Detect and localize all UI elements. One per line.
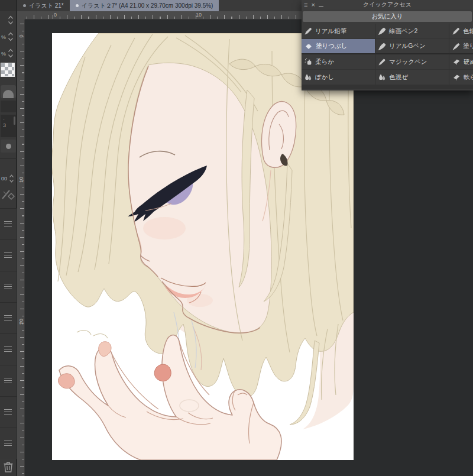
brush-tip-preview[interactable] <box>1 85 16 98</box>
tab-label: イラスト２7* (A4 21.00 x 29.70cm 300dpi 39.5%… <box>82 2 213 10</box>
eraser-icon <box>452 73 461 81</box>
brush-item-real-pencil[interactable]: リアル鉛筆 <box>302 24 375 39</box>
blend-mode-icon[interactable] <box>1 188 15 202</box>
size-preset-list[interactable]: · 3 <box>1 115 16 137</box>
palette-section-row[interactable] <box>0 428 17 459</box>
unsaved-dot-icon <box>23 4 26 7</box>
paint-bucket-icon <box>304 43 313 50</box>
vertical-ruler: 0 10 20 <box>17 20 25 476</box>
opacity-percent-label: % <box>1 34 6 40</box>
brush-item-fill-pen[interactable]: 塗り <box>449 39 473 54</box>
ruler-ticks-major <box>20 20 24 476</box>
ruler-corner <box>17 11 25 20</box>
trash-icon[interactable] <box>3 461 14 475</box>
transparent-color-swatch[interactable] <box>1 63 15 77</box>
menu-icon <box>4 441 12 448</box>
strip-divider <box>0 158 17 159</box>
brush-label: ぼかし <box>315 73 334 82</box>
brush-item-magic-pen[interactable]: マジックペン <box>375 54 449 70</box>
palette-section-row[interactable] <box>0 239 17 271</box>
palette-section-row[interactable] <box>0 208 17 239</box>
illustration <box>52 33 354 460</box>
water-drops-icon <box>304 73 312 81</box>
palette-section-row[interactable] <box>0 302 17 333</box>
palette-section-row[interactable] <box>0 365 17 396</box>
palette-section-row[interactable] <box>0 333 17 365</box>
brush-item-fill-selected[interactable]: 塗りつぶし <box>302 39 375 54</box>
value-stepper[interactable] <box>8 173 15 184</box>
brush-item-blur[interactable]: ぼかし <box>302 70 375 85</box>
brush-dot-preset[interactable] <box>1 140 16 153</box>
tab-illustration-27-active[interactable]: イラスト２7* (A4 21.00 x 29.70cm 300dpi 39.5%… <box>70 0 219 11</box>
value-text: 00 <box>1 176 7 182</box>
palette-section-row[interactable] <box>0 396 17 428</box>
quick-access-header: ≡ × クイックアクセス <box>302 0 473 9</box>
marker-icon <box>378 58 386 66</box>
pen-nib-icon <box>378 27 386 35</box>
ruler-number: 10 <box>18 176 24 183</box>
brush-size-stepper[interactable] <box>7 14 14 26</box>
brush-item-line-pen2[interactable]: 線画ペン2 <box>375 24 449 39</box>
brush-label: 線画ペン2 <box>389 27 417 35</box>
value-spinner-row[interactable]: 00 <box>1 173 15 184</box>
pen-nib-icon <box>378 43 386 50</box>
brush-option-box[interactable] <box>1 101 16 112</box>
dot-icon <box>6 144 11 149</box>
menu-icon <box>4 284 12 291</box>
canvas-document[interactable] <box>52 33 354 460</box>
ruler-number: 0 <box>18 33 24 40</box>
brush-label: リアルGペン <box>389 42 426 50</box>
tool-property-header <box>0 0 16 11</box>
water-drops-icon <box>378 73 386 81</box>
brush-grid: リアル鉛筆 線画ペン2 色鉛 塗りつぶし リアルGペン 塗り 柔らか <box>302 24 473 85</box>
tool-property-strip: % % · 3 00 <box>0 0 17 476</box>
palette-footer <box>302 85 473 89</box>
pencil-icon <box>304 27 312 35</box>
brush-label: 軟ら <box>464 73 473 82</box>
brush-item-color-mix[interactable]: 色混ぜ <box>375 70 449 85</box>
ink-pen-icon <box>452 43 460 50</box>
tab-label: イラスト 21* <box>29 2 64 10</box>
pencil-icon <box>452 27 460 35</box>
density-percent-label: % <box>1 51 6 57</box>
menu-icon <box>4 347 12 354</box>
density-stepper[interactable] <box>7 47 14 59</box>
menu-icon <box>4 221 12 228</box>
preset-scrollbar[interactable] <box>14 116 15 125</box>
brush-item-color-pencil[interactable]: 色鉛 <box>449 24 473 39</box>
airbrush-icon <box>304 58 312 66</box>
palette-section-row[interactable] <box>0 271 17 302</box>
menu-icon <box>4 409 12 416</box>
brush-label: 硬め <box>464 58 473 66</box>
tab-illustration-21[interactable]: イラスト 21* <box>17 0 70 11</box>
brush-label: リアル鉛筆 <box>315 27 346 35</box>
brush-label: 塗り <box>463 42 473 50</box>
menu-icon <box>4 378 12 385</box>
opacity-stepper[interactable] <box>7 31 14 43</box>
palette-section-list <box>0 208 17 459</box>
brush-item-hard-eraser[interactable]: 硬め <box>449 54 473 70</box>
unsaved-dot-icon <box>76 4 79 7</box>
brush-tip-shape <box>3 90 14 98</box>
brush-label: 塗りつぶし <box>316 42 347 50</box>
brush-label: マジックペン <box>389 58 427 66</box>
app-window: { "app": { "description": "Paint applica… <box>0 0 473 476</box>
menu-icon <box>4 252 12 260</box>
brush-item-soft-eraser[interactable]: 軟ら <box>449 70 473 85</box>
ruler-number: 20 <box>18 318 24 325</box>
brush-item-soft-airbrush[interactable]: 柔らか <box>302 54 375 70</box>
brush-label: 色鉛 <box>463 27 473 35</box>
menu-icon <box>4 315 12 322</box>
eraser-icon <box>452 58 461 66</box>
brush-label: 色混ぜ <box>389 73 408 82</box>
ruler-number: 10 <box>196 12 202 18</box>
quick-access-palette: ≡ × クイックアクセス お気に入り リアル鉛筆 線画ペン2 色鉛 塗りつぶし … <box>302 0 473 90</box>
brush-item-real-g-pen[interactable]: リアルGペン <box>375 39 449 54</box>
ruler-number: 0 <box>54 12 57 18</box>
favorites-set-button[interactable]: お気に入り <box>303 11 472 22</box>
brush-label: 柔らか <box>315 58 334 66</box>
palette-title: クイックアクセス <box>302 1 473 9</box>
